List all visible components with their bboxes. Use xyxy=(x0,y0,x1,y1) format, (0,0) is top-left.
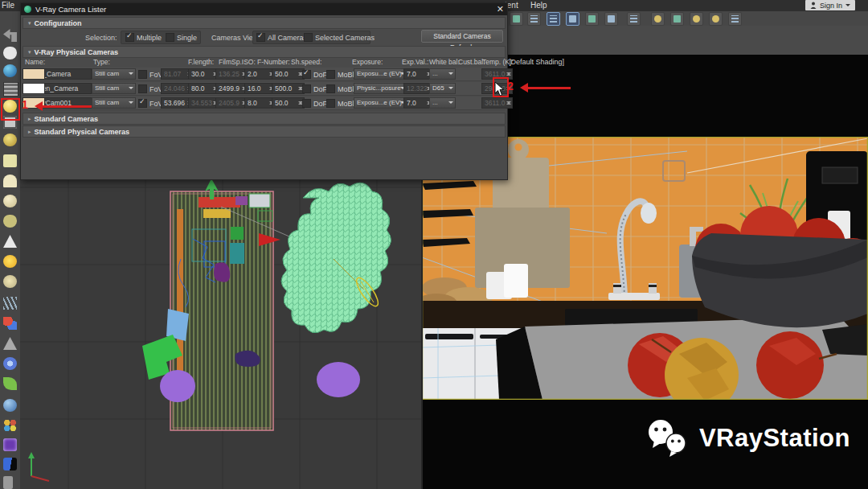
battery-icon[interactable] xyxy=(3,476,13,489)
toggle-layers-icon[interactable] xyxy=(566,12,579,26)
checkbox-icon xyxy=(256,33,265,42)
galaxy-icon[interactable] xyxy=(3,438,17,451)
vray-sphere-icon[interactable] xyxy=(3,64,17,77)
menu-file[interactable]: File xyxy=(2,1,14,10)
leaf-icon[interactable] xyxy=(3,377,17,390)
snap-toggle-icon[interactable] xyxy=(627,12,641,26)
whitebal-dropdown[interactable]: ... xyxy=(429,97,456,109)
fov-checkbox[interactable]: FoV xyxy=(138,70,163,79)
checkbox-icon xyxy=(326,99,335,108)
col-whitebal: White bal: xyxy=(429,58,460,66)
col-custbal: Cust.bal. xyxy=(458,58,485,66)
whitebal-dropdown[interactable]: ... xyxy=(429,68,456,80)
checkbox-icon xyxy=(302,84,311,93)
vray-teapot-icon[interactable] xyxy=(3,215,17,228)
single-checkbox[interactable]: Single xyxy=(166,33,197,42)
disc-light-icon[interactable] xyxy=(3,275,17,288)
rollout-panel-icon[interactable] xyxy=(3,82,18,97)
checkbox-icon xyxy=(125,33,134,42)
sphere-dark-icon[interactable] xyxy=(3,458,17,471)
wechat-logo-icon xyxy=(645,418,691,458)
rollout-standard-cameras[interactable]: ▸ Standard Cameras xyxy=(23,113,506,125)
rollout-open-icon: ▾ xyxy=(28,49,31,55)
rollout-standard-physical-cameras[interactable]: ▸ Standard Physical Cameras xyxy=(23,125,506,138)
custbal-swatch[interactable] xyxy=(23,83,45,94)
teapot-icon[interactable] xyxy=(3,47,17,60)
camera-type-dropdown[interactable]: Still cam xyxy=(92,68,136,80)
rollout-standard-physical-label: Standard Physical Cameras xyxy=(35,128,130,136)
vray-plane-icon[interactable] xyxy=(3,154,17,167)
rollout-configuration-label: Configuration xyxy=(35,19,82,27)
checkbox-icon xyxy=(166,33,174,42)
vray-logo-icon xyxy=(24,6,31,13)
shspeed-spinner[interactable]: 500.0 xyxy=(272,83,305,94)
camera-row: VRayCam001 Still cam FoV 53.696 34.553 2… xyxy=(23,97,506,110)
exposure-dropdown[interactable]: Exposu...e (EV) xyxy=(354,97,407,109)
dof-checkbox[interactable]: DoF xyxy=(302,99,327,108)
shspeed-spinner[interactable]: 50.0 xyxy=(272,97,305,109)
fov-checkbox[interactable]: FoV xyxy=(138,99,163,108)
standard-cameras-refresh-button[interactable]: Standard Cameras Refresh xyxy=(421,30,503,43)
annotation-arrow-1 xyxy=(37,105,92,108)
planet-icon[interactable] xyxy=(3,399,17,412)
camera-row: Kitchen_Camera Still cam FoV 24.046 80.0… xyxy=(23,82,506,96)
rollout-configuration[interactable]: ▾ Configuration xyxy=(23,17,506,29)
select-region-icon[interactable] xyxy=(510,12,523,26)
multiple-checkbox[interactable]: Multiple xyxy=(125,33,162,42)
dots-icon[interactable] xyxy=(3,419,17,432)
scene-explorer-icon[interactable] xyxy=(547,12,560,26)
light-select-icon[interactable] xyxy=(3,134,17,146)
checkbox-icon xyxy=(326,70,335,79)
iso-spinner[interactable]: 2499.9 xyxy=(215,83,248,94)
sign-in-button[interactable]: Sign In xyxy=(805,0,855,10)
curve-editor-icon[interactable] xyxy=(585,12,599,26)
undo-icon[interactable] xyxy=(3,29,17,42)
vray-sphere-cream-icon[interactable] xyxy=(3,195,17,208)
checkbox-icon xyxy=(304,33,313,42)
col-name: Name: xyxy=(25,58,45,66)
layer-explorer-icon[interactable] xyxy=(527,12,541,26)
all-cameras-checkbox[interactable]: All Cameras xyxy=(256,33,307,42)
rollout-vray-physical-cameras[interactable]: ▾ V-Ray Physical Cameras xyxy=(23,46,506,58)
checkbox-icon xyxy=(138,99,147,108)
render-production-icon[interactable] xyxy=(709,12,723,26)
rendered-frame-icon[interactable] xyxy=(690,12,703,26)
vray-dome-icon[interactable] xyxy=(3,175,17,187)
application-window: File tent Help Sign In xyxy=(0,0,868,489)
vray-cone-icon[interactable] xyxy=(3,235,17,248)
rain-icon[interactable] xyxy=(3,297,17,310)
sun-icon[interactable] xyxy=(3,255,17,268)
whitebal-dropdown[interactable]: D65 xyxy=(429,83,456,94)
menu-help[interactable]: Help xyxy=(530,1,547,10)
rollout-standard-label: Standard Cameras xyxy=(35,115,99,123)
render-grid-icon[interactable] xyxy=(728,12,742,26)
material-editor-icon[interactable] xyxy=(651,12,665,26)
exposure-dropdown[interactable]: Physic...posure xyxy=(354,83,407,94)
dialog-titlebar[interactable]: V-Ray Camera Lister ✕ xyxy=(21,3,507,15)
watermark-text: VRayStation xyxy=(699,424,850,453)
pyramid-icon[interactable] xyxy=(3,337,17,350)
camera-row: Floor_Camera Still cam FoV 81.07 30.0 13… xyxy=(23,68,506,81)
iso-spinner[interactable]: 2405.9 xyxy=(215,97,248,109)
shspeed-spinner[interactable]: 50.0 xyxy=(272,68,305,80)
col-iso: FilmSp.ISO: xyxy=(219,58,256,66)
vray-toolbar xyxy=(0,11,21,489)
schematic-view-icon[interactable] xyxy=(604,12,618,26)
flower-icon[interactable] xyxy=(3,357,17,370)
annotation-number-2: 2 xyxy=(507,80,514,92)
dof-checkbox[interactable]: DoF xyxy=(302,84,327,93)
rollout-closed-icon: ▸ xyxy=(28,129,31,135)
temp-spinner[interactable]: 3611.0 xyxy=(481,97,513,109)
selected-cameras-checkbox[interactable]: Selected Cameras xyxy=(304,33,375,42)
iso-spinner[interactable]: 136.25 xyxy=(215,68,248,80)
dof-checkbox[interactable]: DoF xyxy=(302,70,327,79)
fov-checkbox[interactable]: FoV xyxy=(138,84,163,93)
custbal-swatch[interactable] xyxy=(23,68,45,80)
col-exposure: Exposure: xyxy=(352,58,383,66)
camera-type-dropdown[interactable]: Still cam xyxy=(92,97,136,109)
camera-type-dropdown[interactable]: Still cam xyxy=(92,83,136,94)
close-icon[interactable]: ✕ xyxy=(497,4,504,14)
exposure-dropdown[interactable]: Exposu...e (EV) xyxy=(354,68,407,80)
render-setup-icon[interactable] xyxy=(670,12,684,26)
spheres-icon[interactable] xyxy=(3,317,17,330)
